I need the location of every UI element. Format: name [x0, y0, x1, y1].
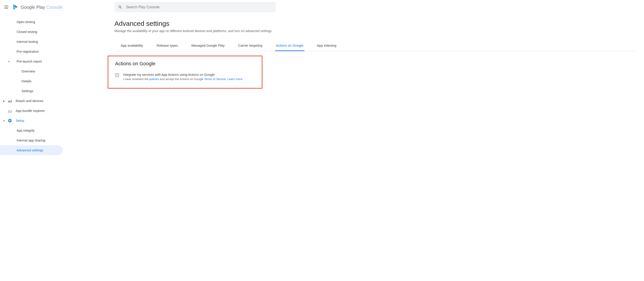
sidebar-item-reach-devices[interactable]: ▶ Reach and devices — [0, 96, 65, 106]
header: Google Play Console — [0, 0, 644, 14]
sidebar-item-details[interactable]: Details — [0, 76, 65, 86]
policies-link[interactable]: policies — [149, 77, 159, 81]
play-logo-icon — [12, 4, 19, 10]
sidebar-item-settings[interactable]: Settings — [0, 86, 65, 96]
sidebar-item-app-bundle-explorer[interactable]: App bundle explorer — [0, 106, 65, 116]
integrate-checkbox[interactable] — [115, 73, 119, 77]
tab-carrier-targeting[interactable]: Carrier targeting — [237, 41, 263, 51]
android-box-icon — [7, 108, 12, 114]
search-input[interactable] — [126, 5, 272, 9]
checkbox-label: Integrate my services with App Actions u… — [123, 73, 242, 76]
check-icon — [116, 74, 119, 77]
sidebar-item-setup[interactable]: ▼ Setup — [0, 116, 65, 126]
page-title: Advanced settings — [114, 20, 635, 27]
svg-rect-2 — [10, 101, 11, 102]
bars-icon — [7, 98, 12, 104]
svg-rect-1 — [9, 100, 10, 102]
sidebar-item-overview[interactable]: Overview — [0, 66, 65, 76]
main-content: Advanced settings Manage the availabilit… — [65, 14, 644, 155]
tab-release-types[interactable]: Release types — [156, 41, 179, 51]
tab-managed-google-play[interactable]: Managed Google Play — [190, 41, 226, 51]
svg-rect-0 — [8, 101, 9, 102]
tos-link[interactable]: Terms of Service — [204, 77, 226, 81]
search-icon — [118, 5, 122, 10]
sidebar-item-closed-testing[interactable]: Closed testing — [0, 27, 65, 37]
learn-more-link[interactable]: Learn more — [228, 77, 242, 81]
sidebar-item-advanced-settings[interactable]: Advanced settings — [0, 145, 63, 155]
gear-icon — [7, 118, 12, 123]
tabs: App availability Release types Managed G… — [114, 41, 635, 51]
sidebar-item-open-testing[interactable]: Open testing — [0, 17, 65, 27]
search-box[interactable] — [114, 2, 276, 12]
highlight-box: Actions on Google Integrate my services … — [108, 56, 262, 88]
section-title: Actions on Google — [115, 61, 255, 66]
sidebar: Open testing Closed testing Internal tes… — [0, 14, 65, 155]
tab-app-availability[interactable]: App availability — [120, 41, 144, 51]
sidebar-item-internal-testing[interactable]: Internal testing — [0, 37, 65, 47]
sidebar-item-pre-registration[interactable]: Pre-registration — [0, 47, 65, 56]
sidebar-item-internal-app-sharing[interactable]: Internal app sharing — [0, 136, 65, 145]
caret-down-icon: ▼ — [2, 120, 6, 122]
caret-right-icon: ▶ — [2, 100, 6, 102]
tab-app-indexing[interactable]: App indexing — [316, 41, 337, 51]
page-subtitle: Manage the availability of your app on d… — [114, 29, 635, 33]
sidebar-item-pre-launch-report[interactable]: ▼ Pre-launch report — [0, 56, 65, 66]
logo-text: Google Play Console — [21, 5, 63, 10]
tab-actions-on-google[interactable]: Actions on Google — [275, 41, 304, 51]
sidebar-item-app-integrity[interactable]: App integrity — [0, 126, 65, 136]
caret-down-icon: ▼ — [7, 60, 11, 63]
checkbox-subtext: I have reviewed the policies and accept … — [123, 77, 242, 81]
hamburger-menu-icon[interactable] — [4, 4, 9, 10]
svg-rect-3 — [11, 100, 12, 102]
logo[interactable]: Google Play Console — [12, 4, 63, 10]
